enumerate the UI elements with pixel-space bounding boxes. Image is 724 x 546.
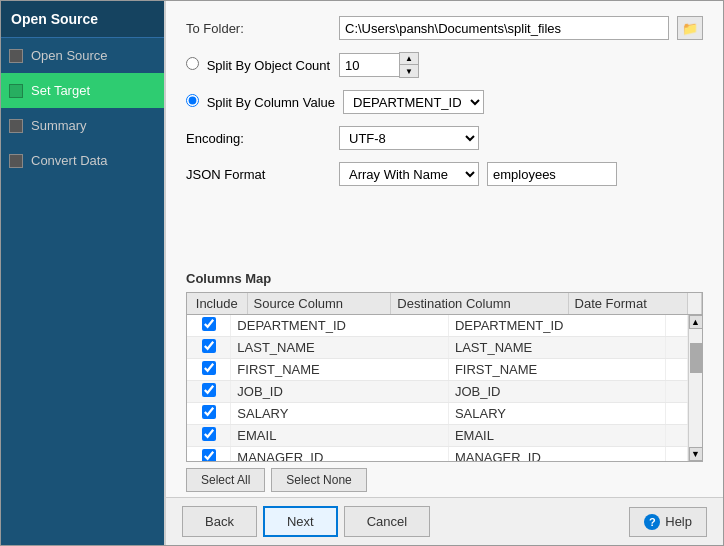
to-folder-row: To Folder: 📁 — [186, 16, 703, 40]
array-name-input[interactable] — [487, 162, 617, 186]
table-row: EMAIL EMAIL — [187, 425, 688, 447]
destination-column-cell: EMAIL — [448, 425, 666, 447]
col-header-date-format: Date Format — [568, 293, 687, 315]
split-by-object-radio[interactable] — [186, 57, 199, 70]
encoding-row: Encoding: UTF-8 UTF-16 ISO-8859-1 — [186, 126, 703, 150]
include-cell — [187, 425, 231, 447]
step-indicator-set-target — [9, 84, 23, 98]
date-format-cell — [666, 359, 688, 381]
step-indicator-open-source — [9, 49, 23, 63]
split-by-column-row: Split By Column Value DEPARTMENT_ID LAST… — [186, 90, 703, 114]
columns-table-wrapper: Include Source Column Destination Column… — [186, 292, 703, 462]
destination-column-cell: FIRST_NAME — [448, 359, 666, 381]
object-count-input[interactable] — [339, 53, 399, 77]
split-object-label: Split By Object Count — [186, 57, 331, 73]
sidebar-item-convert-data[interactable]: Convert Data — [1, 143, 164, 178]
sidebar-item-summary[interactable]: Summary — [1, 108, 164, 143]
include-checkbox-1[interactable] — [202, 339, 216, 353]
back-button[interactable]: Back — [182, 506, 257, 537]
include-cell — [187, 381, 231, 403]
scroll-header — [688, 293, 702, 315]
next-button[interactable]: Next — [263, 506, 338, 537]
include-cell — [187, 447, 231, 462]
include-checkbox-2[interactable] — [202, 361, 216, 375]
source-column-cell: JOB_ID — [231, 381, 449, 403]
app-title: Open Source — [1, 1, 164, 38]
date-format-cell — [666, 425, 688, 447]
destination-column-cell: DEPARTMENT_ID — [448, 315, 666, 337]
help-label: Help — [665, 514, 692, 529]
sidebar-label-open-source: Open Source — [31, 48, 108, 63]
select-all-button[interactable]: Select All — [186, 468, 265, 492]
form-area: To Folder: 📁 Split By Object Count ▲ ▼ — [166, 1, 723, 271]
sidebar-label-summary: Summary — [31, 118, 87, 133]
scroll-thumb[interactable] — [690, 343, 702, 373]
scroll-up-arrow[interactable]: ▲ — [689, 315, 703, 329]
table-row: LAST_NAME LAST_NAME — [187, 337, 688, 359]
help-button[interactable]: ? Help — [629, 507, 707, 537]
source-column-cell: LAST_NAME — [231, 337, 449, 359]
split-by-object-row: Split By Object Count ▲ ▼ — [186, 52, 703, 78]
json-format-label: JSON Format — [186, 167, 331, 182]
date-format-cell — [666, 337, 688, 359]
destination-column-cell: JOB_ID — [448, 381, 666, 403]
json-format-select[interactable]: Array With Name Array Object — [339, 162, 479, 186]
source-column-cell: SALARY — [231, 403, 449, 425]
sidebar-label-convert-data: Convert Data — [31, 153, 108, 168]
include-checkbox-6[interactable] — [202, 449, 216, 461]
include-checkbox-0[interactable] — [202, 317, 216, 331]
date-format-cell — [666, 403, 688, 425]
date-format-cell — [666, 315, 688, 337]
to-folder-label: To Folder: — [186, 21, 331, 36]
nav-right-buttons: ? Help — [629, 507, 707, 537]
sidebar-label-set-target: Set Target — [31, 83, 90, 98]
columns-data-table: DEPARTMENT_ID DEPARTMENT_ID LAST_NAME LA… — [187, 315, 688, 461]
include-checkbox-3[interactable] — [202, 383, 216, 397]
table-row: SALARY SALARY — [187, 403, 688, 425]
to-folder-input[interactable] — [339, 16, 669, 40]
include-cell — [187, 359, 231, 381]
step-indicator-summary — [9, 119, 23, 133]
include-cell — [187, 315, 231, 337]
help-icon: ? — [644, 514, 660, 530]
split-column-select[interactable]: DEPARTMENT_ID LAST_NAME FIRST_NAME — [343, 90, 484, 114]
bottom-navigation: Back Next Cancel ? Help — [166, 497, 723, 545]
spinner-buttons: ▲ ▼ — [399, 52, 419, 78]
encoding-select[interactable]: UTF-8 UTF-16 ISO-8859-1 — [339, 126, 479, 150]
select-none-button[interactable]: Select None — [271, 468, 366, 492]
include-checkbox-5[interactable] — [202, 427, 216, 441]
source-column-cell: FIRST_NAME — [231, 359, 449, 381]
col-header-destination: Destination Column — [391, 293, 568, 315]
folder-icon: 📁 — [682, 21, 698, 36]
step-indicator-convert-data — [9, 154, 23, 168]
spin-down-button[interactable]: ▼ — [400, 65, 418, 77]
col-header-source: Source Column — [247, 293, 391, 315]
columns-table: Include Source Column Destination Column… — [187, 293, 702, 315]
vertical-scrollbar[interactable]: ▲ ▼ — [688, 315, 702, 461]
include-cell — [187, 403, 231, 425]
table-row: DEPARTMENT_ID DEPARTMENT_ID — [187, 315, 688, 337]
columns-map-label: Columns Map — [186, 271, 703, 286]
col-header-include: Include — [187, 293, 247, 315]
spin-up-button[interactable]: ▲ — [400, 53, 418, 65]
table-scroll-container: DEPARTMENT_ID DEPARTMENT_ID LAST_NAME LA… — [187, 315, 702, 461]
sidebar-item-set-target[interactable]: Set Target — [1, 73, 164, 108]
object-count-spinner: ▲ ▼ — [339, 52, 419, 78]
split-by-column-radio[interactable] — [186, 94, 199, 107]
json-format-row: JSON Format Array With Name Array Object — [186, 162, 703, 186]
split-column-label: Split By Column Value — [186, 94, 335, 110]
sidebar: Open Source Open Source Set Target Summa… — [1, 1, 164, 545]
sidebar-item-open-source[interactable]: Open Source — [1, 38, 164, 73]
column-selection-buttons: Select All Select None — [186, 468, 703, 492]
source-column-cell: DEPARTMENT_ID — [231, 315, 449, 337]
destination-column-cell: MANAGER_ID — [448, 447, 666, 462]
date-format-cell — [666, 447, 688, 462]
source-column-cell: EMAIL — [231, 425, 449, 447]
include-checkbox-4[interactable] — [202, 405, 216, 419]
cancel-button[interactable]: Cancel — [344, 506, 430, 537]
date-format-cell — [666, 381, 688, 403]
table-row: JOB_ID JOB_ID — [187, 381, 688, 403]
browse-folder-button[interactable]: 📁 — [677, 16, 703, 40]
scroll-down-arrow[interactable]: ▼ — [689, 447, 703, 461]
nav-left-buttons: Back Next Cancel — [182, 506, 430, 537]
